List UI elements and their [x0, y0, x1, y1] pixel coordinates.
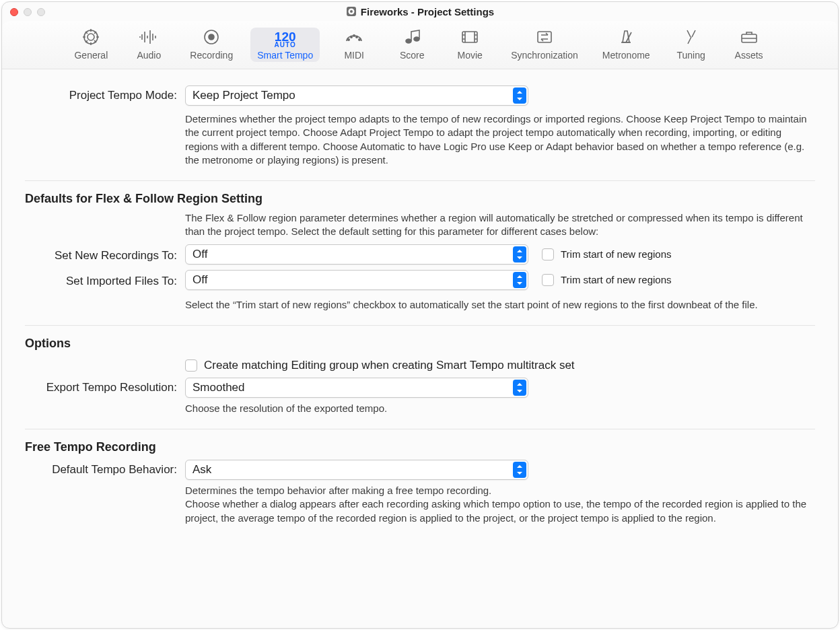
label-default-tempo-behavior: Default Tempo Behavior: [25, 460, 185, 477]
svg-point-13 [414, 37, 419, 41]
label-imported: Set Imported Files To: [25, 271, 185, 288]
sync-icon [533, 28, 556, 48]
heading-flex-follow: Defaults for Flex & Follow Region Settin… [25, 192, 815, 206]
select-imported-files[interactable]: Off [185, 270, 528, 290]
svg-point-7 [348, 39, 349, 40]
close-window-button[interactable] [10, 8, 18, 16]
separator [25, 180, 815, 181]
metronome-icon [615, 28, 637, 48]
desc-export-tempo: Choose the resolution of the exported te… [185, 402, 815, 415]
label-trim-imported: Trim start of new regions [561, 274, 672, 285]
tab-midi[interactable]: MIDI [330, 25, 378, 62]
desc-free-tempo-2: Choose whether a dialog appears after ea… [185, 497, 815, 525]
stepper-icon [513, 380, 526, 396]
zoom-window-button[interactable] [37, 8, 45, 16]
tab-synchronization[interactable]: Synchronization [504, 25, 585, 62]
desc-free-tempo-1: Determines the tempo behavior after maki… [185, 484, 815, 497]
tab-assets[interactable]: Assets [726, 25, 773, 62]
tab-smart-tempo[interactable]: 120 AUTO Smart Tempo [250, 28, 320, 62]
window-controls [10, 7, 45, 16]
stepper-icon [513, 246, 526, 262]
heading-options: Options [25, 337, 815, 351]
stepper-icon [513, 462, 526, 478]
select-value: Off [193, 273, 207, 287]
tab-general[interactable]: General [67, 25, 114, 62]
stepper-icon [513, 88, 526, 104]
tab-label: Metronome [602, 50, 650, 61]
tab-label: Recording [190, 50, 233, 61]
stepper-icon [513, 272, 526, 288]
tab-label: Audio [137, 50, 161, 61]
tab-label: MIDI [344, 50, 364, 61]
tab-score[interactable]: Score [388, 25, 435, 62]
select-new-recordings[interactable]: Off [185, 244, 528, 265]
tab-metronome[interactable]: Metronome [596, 25, 657, 62]
row-export-tempo-resolution: Export Tempo Resolution: Smoothed Choose… [25, 378, 815, 415]
tab-label: Tuning [676, 50, 705, 61]
window-title: Fireworks - Project Settings [2, 6, 838, 18]
minimize-window-button[interactable] [24, 8, 32, 16]
separator [25, 325, 815, 326]
settings-content: Project Tempo Mode: Keep Project Tempo D… [2, 69, 838, 628]
tab-label: Synchronization [511, 50, 578, 61]
checkbox-create-editing-group[interactable] [185, 359, 197, 372]
tab-label: Smart Tempo [257, 50, 313, 61]
titlebar: Fireworks - Project Settings [2, 2, 838, 21]
select-value: Smoothed [193, 381, 245, 394]
select-value: Off [193, 248, 207, 261]
tuning-fork-icon [680, 28, 703, 48]
separator [25, 429, 815, 429]
tab-label: General [74, 50, 108, 61]
midi-icon [343, 28, 365, 48]
svg-point-1 [348, 8, 354, 14]
svg-point-12 [406, 39, 411, 43]
svg-point-6 [209, 34, 214, 40]
row-project-tempo-mode: Project Tempo Mode: Keep Project Tempo D… [25, 85, 815, 167]
svg-rect-15 [538, 32, 551, 42]
tempo-auto: AUTO [275, 42, 296, 48]
waveform-icon [137, 28, 160, 48]
label-export-tempo: Export Tempo Resolution: [25, 378, 185, 394]
tab-label: Score [400, 50, 425, 61]
score-icon [400, 28, 423, 48]
svg-point-11 [359, 39, 360, 40]
svg-point-8 [351, 36, 352, 38]
tab-audio[interactable]: Audio [125, 25, 172, 62]
record-icon [200, 28, 223, 48]
label-create-editing-group: Create matching Editing group when creat… [204, 359, 575, 372]
smart-tempo-icon: 120 AUTO [275, 30, 296, 48]
tab-movie[interactable]: Movie [446, 25, 493, 62]
tab-label: Movie [458, 50, 483, 61]
label-project-tempo-mode: Project Tempo Mode: [25, 85, 185, 102]
tab-recording[interactable]: Recording [183, 25, 240, 62]
select-project-tempo-mode[interactable]: Keep Project Tempo [185, 85, 528, 106]
desc-flex-follow-intro: The Flex & Follow region parameter deter… [185, 211, 815, 239]
select-export-tempo-resolution[interactable]: Smoothed [185, 378, 528, 398]
gear-icon [79, 28, 102, 48]
film-icon [458, 28, 481, 48]
svg-point-2 [350, 10, 353, 13]
label-new-recordings: Set New Recordings To: [25, 246, 185, 262]
briefcase-icon [738, 28, 761, 48]
app-icon [346, 6, 357, 17]
select-value: Keep Project Tempo [193, 89, 295, 102]
svg-point-3 [88, 34, 94, 40]
svg-point-10 [356, 36, 357, 38]
tab-tuning[interactable]: Tuning [668, 25, 715, 62]
select-default-tempo-behavior[interactable]: Ask [185, 460, 528, 480]
row-set-new-recordings: Set New Recordings To: Off Trim start of… [25, 244, 815, 265]
checkbox-trim-new[interactable] [542, 248, 554, 260]
toolbar: General Audio Recording 120 AUTO Smart T… [2, 21, 838, 69]
checkbox-trim-imported[interactable] [542, 274, 554, 286]
svg-point-9 [353, 35, 355, 36]
row-default-tempo-behavior: Default Tempo Behavior: Ask Determines t… [25, 460, 815, 525]
window-title-text: Fireworks - Project Settings [361, 6, 494, 18]
heading-free-tempo: Free Tempo Recording [25, 440, 815, 454]
row-set-imported-files: Set Imported Files To: Off Trim start of… [25, 270, 815, 290]
desc-trim: Select the “Trim start of new regions” c… [185, 298, 815, 312]
select-value: Ask [193, 463, 211, 477]
label-trim-new: Trim start of new regions [561, 248, 672, 260]
tab-label: Assets [735, 50, 763, 61]
svg-rect-0 [347, 7, 356, 16]
project-settings-window: Fireworks - Project Settings General Aud… [1, 1, 839, 629]
